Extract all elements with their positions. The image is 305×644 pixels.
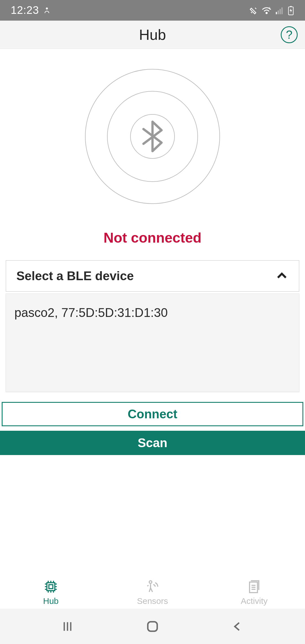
nav-back-icon[interactable] [231,620,244,633]
device-list-item[interactable]: pasco2, 77:5D:5D:31:D1:30 [14,306,291,320]
ble-device-selector[interactable]: Select a BLE device [6,260,299,292]
cellular-signal-icon [275,6,284,15]
sensor-person-icon [145,579,160,595]
connect-button[interactable]: Connect [2,402,303,426]
chip-icon [43,579,59,595]
device-list: pasco2, 77:5D:5D:31:D1:30 [6,293,299,392]
tab-sensors[interactable]: Sensors [102,576,203,609]
svg-rect-8 [290,6,292,7]
svg-rect-6 [282,7,283,14]
svg-point-14 [149,581,152,583]
tab-sensors-label: Sensors [137,596,168,606]
svg-rect-5 [280,9,281,14]
connection-status: Not connected [103,230,201,246]
app-indicator-icon [43,6,51,14]
document-icon [246,579,262,595]
connect-button-label: Connect [128,407,177,421]
tab-hub-label: Hub [43,596,58,606]
selector-label: Select a BLE device [16,269,134,283]
button-area: Connect Scan [0,402,305,455]
status-bar-left: 12:23 [11,4,51,16]
nav-recent-icon[interactable] [61,620,74,633]
scan-button-label: Scan [138,436,167,450]
app-bar: Hub ? [0,21,305,49]
svg-rect-16 [148,622,157,631]
bottom-tab-bar: Hub Sensors Activity [0,576,305,609]
svg-rect-13 [49,585,53,589]
svg-rect-3 [276,12,277,14]
status-bar: 12:23 6 [0,0,305,21]
tab-activity-label: Activity [241,596,267,606]
bluetooth-scan-icon [85,69,220,204]
chevron-up-icon [275,269,289,283]
vibrate-silent-icon [249,6,258,15]
help-button[interactable]: ? [281,26,298,43]
svg-point-0 [46,7,48,9]
status-bar-right: 6 [249,6,294,15]
svg-rect-12 [47,583,55,591]
nav-home-icon[interactable] [145,619,160,634]
status-time: 12:23 [11,4,39,16]
svg-rect-4 [278,10,279,14]
svg-point-1 [266,12,267,14]
scan-button[interactable]: Scan [0,431,305,455]
page-title: Hub [139,26,166,43]
battery-charging-icon [287,6,294,15]
tab-hub[interactable]: Hub [0,576,102,609]
system-nav-bar [0,609,305,644]
tab-activity[interactable]: Activity [203,576,305,609]
wifi-icon: 6 [262,6,272,15]
svg-text:6: 6 [269,6,271,10]
question-mark-icon: ? [286,28,292,42]
main-content: Not connected Select a BLE device pasco2… [0,49,305,455]
